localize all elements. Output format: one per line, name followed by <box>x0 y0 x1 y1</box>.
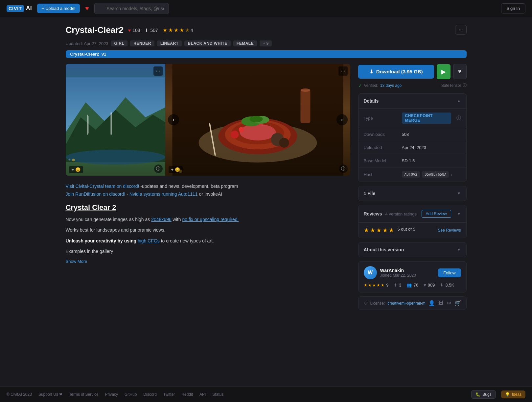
description-para-4: Examples in the gallery <box>66 248 350 255</box>
r-star-4: ★ <box>382 227 388 234</box>
follow-button[interactable]: Follow <box>438 268 461 277</box>
svg-point-19 <box>231 131 239 138</box>
footer-support-link[interactable]: Support Us ❤ <box>38 392 62 397</box>
author-avatar: W <box>364 266 377 279</box>
gallery-1-bottom-actions: + 😊 <box>69 166 83 173</box>
model-title-row: Crystal-Clear2 ♥ 108 ⬇ 507 ★ ★ ★ ★ ★ 4 <box>66 25 467 35</box>
verified-date-link[interactable]: 13 days ago <box>380 83 402 88</box>
likes-stat: ♥ 108 <box>128 28 140 33</box>
heart-icon: ♥ <box>128 28 131 33</box>
footer-discord-link[interactable]: Discord <box>143 392 157 397</box>
files-card: 1 File ▼ <box>358 186 467 201</box>
reviews-count: 4 version ratings <box>385 212 417 216</box>
version-badge[interactable]: Crystal-Clear2_v1 <box>66 50 467 58</box>
upload-button[interactable]: + Upload a model <box>37 4 80 13</box>
a-star-4: ★ <box>377 283 380 288</box>
favorites-icon[interactable]: ♥ <box>85 5 89 12</box>
ideas-button[interactable]: 💡 Ideas <box>501 390 525 398</box>
license-icons: 👤 🖼 ✂ 🛒 <box>428 300 461 306</box>
r-star-5: ★ <box>389 227 394 234</box>
hash-wrap: AUTOV2 D5A9E7658A › <box>402 171 452 178</box>
footer-status-link[interactable]: Status <box>212 392 223 397</box>
footer-reddit-link[interactable]: Reddit <box>181 392 193 397</box>
files-card-header[interactable]: 1 File ▼ <box>359 186 466 201</box>
discord-line-1-suffix: -updates and news, development, beta pro… <box>140 184 238 189</box>
reviews-title: Reviews <box>364 211 382 216</box>
more-options-button[interactable]: ⋯ <box>455 25 467 35</box>
license-link[interactable]: creativeml-openrail-m <box>387 301 425 306</box>
description-area: Visit Civitai-Crystal team on discord! -… <box>66 184 350 270</box>
svg-rect-4 <box>88 116 89 134</box>
show-more-link[interactable]: Show More <box>66 259 87 264</box>
download-label: Download (3.95 GB) <box>376 69 423 74</box>
tag-female[interactable]: FEMALE <box>233 40 257 46</box>
author-rating-count: 9 <box>386 283 389 288</box>
author-downloads-stat: ⬇ 3.5K <box>440 283 454 288</box>
tag-girl[interactable]: GIRL <box>111 40 128 46</box>
search-input[interactable] <box>94 3 169 14</box>
logo: CIVIT AI <box>7 5 32 12</box>
tag-lineart[interactable]: LINEART <box>157 40 182 46</box>
gallery-image-1[interactable]: 🔍 😊 ⋯ + 😊 ⓘ <box>66 64 165 176</box>
gallery-image-2[interactable]: + 😊 ‹ › ⋯ + 😊 ⓘ <box>165 64 350 176</box>
logo-mark: CIVIT <box>7 5 24 12</box>
about-version-header[interactable]: About this version ▼ <box>359 242 466 257</box>
footer-twitter-link[interactable]: Twitter <box>163 392 175 397</box>
gallery-1-info-btn[interactable]: ⓘ <box>154 164 163 173</box>
bug-icon: 🐛 <box>475 392 480 397</box>
author-followers: 76 <box>413 283 418 288</box>
author-downloads: 3.5K <box>445 283 454 288</box>
a-star-3: ★ <box>372 283 376 288</box>
discord-line-2-end: or InvokeAI <box>199 191 222 197</box>
detail-type-row: Type CHECKPOINT MERGE ⓘ <box>359 109 466 128</box>
gallery-next-button[interactable]: › <box>336 114 348 125</box>
footer-privacy-link[interactable]: Privacy <box>105 392 118 397</box>
gallery-2-info-btn[interactable]: ⓘ <box>339 164 348 173</box>
tag-render[interactable]: RENDER <box>130 40 154 46</box>
detail-uploaded-row: Uploaded Apr 24, 2023 <box>359 141 466 154</box>
discord-link-1[interactable]: Visit Civitai-Crystal team on discord! <box>66 184 139 189</box>
hash-arrow-icon[interactable]: › <box>451 172 452 177</box>
svg-point-16 <box>249 116 263 122</box>
author-name: WarAnakin <box>380 268 435 273</box>
gallery-2-more-btn[interactable]: ⋯ <box>338 66 348 76</box>
type-info-icon[interactable]: ⓘ <box>456 115 461 121</box>
footer-github-link[interactable]: GitHub <box>125 392 137 397</box>
r-star-2: ★ <box>370 227 375 234</box>
gallery-1-zoom-btn[interactable]: + 😊 <box>69 166 83 173</box>
run-button[interactable]: ▶ <box>437 64 451 79</box>
star-3: ★ <box>174 27 178 33</box>
meta-row: Updated: Apr 27, 2023 GIRL RENDER LINEAR… <box>66 40 467 46</box>
svg-rect-21 <box>300 90 310 123</box>
author-info: WarAnakin Joined Mar 22, 2023 <box>380 268 435 278</box>
sign-in-button[interactable]: Sign In <box>501 3 525 13</box>
safe-tensor-info-icon[interactable]: ⓘ <box>463 83 467 88</box>
reviews-card: Reviews 4 version ratings Add Review ▼ ★… <box>358 205 467 238</box>
downloads-value: 508 <box>402 132 461 137</box>
svg-point-6 <box>66 150 165 164</box>
download-button[interactable]: ⬇ Download (3.95 GB) <box>358 65 434 79</box>
author-likes-stat: ♥ 809 <box>424 283 435 288</box>
resolution-link[interactable]: 2048x696 <box>151 217 172 222</box>
followers-stat-icon: 👥 <box>406 283 412 288</box>
add-review-button[interactable]: Add Review <box>422 210 451 218</box>
bugs-button[interactable]: 🐛 Bugs <box>471 390 496 399</box>
checkpoint-badge: CHECKPOINT MERGE <box>402 113 451 124</box>
gallery-prev-button[interactable]: ‹ <box>168 114 179 125</box>
no-fix-link[interactable]: no fix or upscaling required. <box>182 217 239 222</box>
tag-black-and-white[interactable]: BLACK AND WHITE <box>184 40 230 46</box>
footer-api-link[interactable]: API <box>199 392 206 397</box>
details-card-header[interactable]: Details ▲ <box>359 94 466 109</box>
footer-terms-link[interactable]: Terms of Service <box>69 392 98 397</box>
see-reviews-link[interactable]: See Reviews <box>438 228 461 233</box>
hash-autov2: AUTOV2 <box>402 171 420 178</box>
nvidia-link[interactable]: Nvidia systems running Auto1111 <box>129 191 198 197</box>
gallery-2-zoom-btn[interactable]: + 😊 <box>169 166 183 173</box>
tag-more[interactable]: + 9 <box>260 40 272 46</box>
gallery-1-more-btn[interactable]: ⋯ <box>153 66 163 76</box>
discord-link-2[interactable]: Join RunDiffusion on discord! <box>66 191 126 197</box>
high-cfgs-link[interactable]: high CFGs <box>138 238 160 243</box>
save-button[interactable]: ♥ <box>453 64 467 79</box>
discord-line-1: Visit Civitai-Crystal team on discord! -… <box>66 184 350 189</box>
description-para-1: Now you can generate images as high as 2… <box>66 216 350 223</box>
